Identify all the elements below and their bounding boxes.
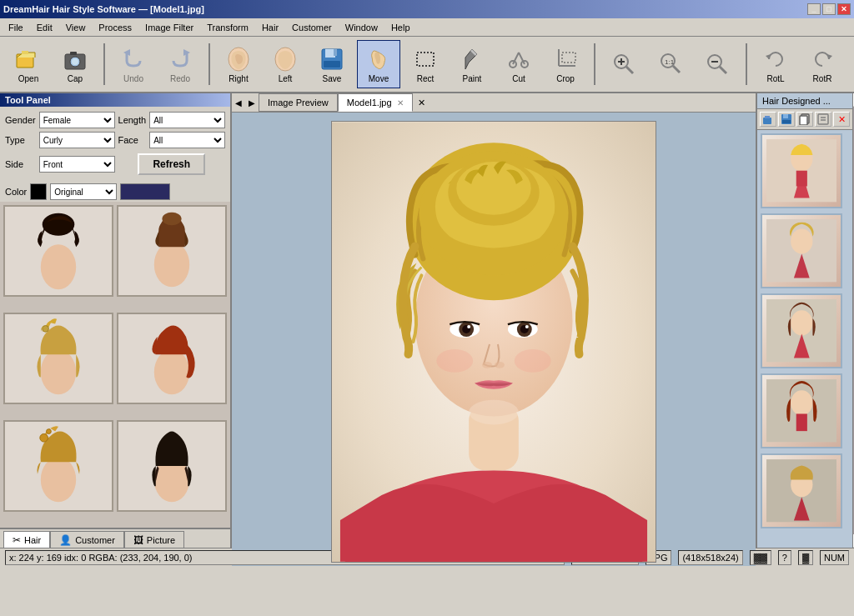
rect-button[interactable]: Rect — [404, 40, 447, 88]
menu-window[interactable]: Window — [340, 21, 383, 34]
hair-style-5[interactable] — [3, 420, 113, 512]
rotate-right-icon — [809, 46, 836, 73]
svg-point-66 — [469, 400, 519, 425]
tab-customer[interactable]: 👤 Customer — [50, 531, 124, 548]
tab-area-close-icon[interactable]: ✕ — [413, 96, 430, 110]
zoom-glass1-button[interactable] — [602, 40, 646, 88]
side-select[interactable]: Front Side Back — [39, 156, 115, 173]
svg-rect-67 — [763, 118, 771, 124]
right-thumbnails — [757, 130, 852, 548]
hair-style-6[interactable] — [117, 420, 227, 512]
length-select[interactable]: All Short Medium Long — [149, 112, 225, 128]
rp-paste-button[interactable] — [815, 112, 831, 127]
svg-point-44 — [47, 429, 52, 434]
right-panel: Hair Designed ... ✕ — [756, 93, 854, 548]
tab-image-preview[interactable]: Image Preview — [259, 93, 338, 112]
hair-style-3[interactable] — [3, 313, 113, 404]
right-thumb-1[interactable] — [761, 133, 842, 208]
maximize-button[interactable]: □ — [822, 3, 836, 15]
svg-point-63 — [495, 362, 505, 368]
svg-point-61 — [525, 325, 529, 328]
titlebar-controls[interactable]: _ □ ✕ — [807, 3, 851, 15]
svg-point-38 — [162, 213, 181, 225]
undo-button[interactable]: Undo — [112, 40, 155, 88]
rotl-button[interactable]: RotL — [754, 40, 797, 88]
menu-file[interactable]: File — [3, 21, 28, 34]
tab-close-icon[interactable]: ✕ — [397, 98, 404, 108]
right-thumb-3[interactable] — [761, 293, 842, 368]
sep1 — [103, 43, 105, 85]
right-label: Right — [229, 74, 248, 83]
minimize-button[interactable]: _ — [807, 3, 821, 15]
menubar: File Edit View Process Image Filter Tran… — [0, 18, 854, 37]
image-area: ◀ ▶ Image Preview Model1.jpg ✕ ✕ — [232, 93, 756, 548]
type-select[interactable]: All Curly Straight Wavy — [39, 132, 115, 148]
tab-model-jpg[interactable]: Model1.jpg ✕ — [338, 93, 413, 112]
customer-tab-icon: 👤 — [59, 534, 72, 546]
picture-tab-icon: 🖼 — [133, 534, 143, 546]
sep4 — [746, 43, 747, 85]
rp-open-button[interactable] — [760, 112, 776, 127]
right-panel-title: Hair Designed ... — [762, 96, 831, 106]
paint-button[interactable]: Paint — [450, 40, 494, 88]
cap-icon — [62, 46, 88, 73]
svg-point-53 — [456, 162, 531, 215]
color-label: Color — [5, 187, 27, 197]
save-button[interactable]: Save — [310, 40, 354, 88]
crop-button[interactable]: Crop — [544, 40, 587, 88]
rp-delete-button[interactable]: ✕ — [833, 112, 850, 127]
menu-view[interactable]: View — [61, 21, 91, 34]
rp-copy-button[interactable] — [796, 112, 813, 127]
redo-button[interactable]: Redo — [158, 40, 202, 88]
menu-image-filter[interactable]: Image Filter — [140, 21, 198, 34]
color-swatch-black[interactable] — [30, 183, 47, 200]
open-icon — [15, 46, 42, 73]
move-label: Move — [369, 74, 389, 83]
color-option-select[interactable]: Original Black Blonde Brown Red — [50, 183, 117, 200]
tab-next[interactable]: ▶ — [245, 97, 259, 109]
face-select[interactable]: All Oval Round Square — [149, 132, 225, 148]
side-label: Side — [5, 159, 36, 169]
cap-button[interactable]: Cap — [53, 40, 97, 88]
right-thumb-5[interactable] — [761, 453, 842, 528]
tool-panel-controls: Gender Female Male Length All Short Medi… — [0, 107, 230, 182]
status-btn2[interactable]: ? — [778, 550, 791, 565]
menu-process[interactable]: Process — [93, 21, 137, 34]
tab-picture[interactable]: 🖼 Picture — [124, 531, 184, 548]
status-btn3[interactable]: ▓ — [798, 550, 813, 565]
right-button[interactable]: Right — [217, 40, 260, 88]
tab-prev[interactable]: ◀ — [232, 97, 245, 109]
svg-text:1:1: 1:1 — [665, 58, 675, 66]
refresh-button[interactable]: Refresh — [138, 153, 205, 175]
menu-edit[interactable]: Edit — [32, 21, 58, 34]
model-portrait — [332, 122, 656, 562]
open-button[interactable]: Open — [7, 40, 50, 88]
redo-icon — [167, 46, 193, 73]
hair-style-2[interactable] — [117, 205, 227, 297]
menu-transform[interactable]: Transform — [202, 21, 254, 34]
hair-style-1[interactable] — [3, 205, 113, 297]
svg-point-83 — [791, 311, 812, 336]
face-label: Face — [118, 135, 147, 145]
sep3 — [594, 43, 595, 85]
gender-select[interactable]: Female Male — [39, 112, 115, 128]
crop-icon — [552, 46, 579, 73]
menu-help[interactable]: Help — [386, 21, 415, 34]
close-button[interactable]: ✕ — [837, 3, 851, 15]
rect-icon — [412, 46, 439, 73]
zoom-glass2-button[interactable] — [696, 40, 739, 88]
image-tabs: ◀ ▶ Image Preview Model1.jpg ✕ ✕ — [232, 93, 756, 113]
menu-hair[interactable]: Hair — [257, 21, 284, 34]
rotr-button[interactable]: RotR — [801, 40, 844, 88]
tab-hair[interactable]: ✂ Hair — [3, 531, 50, 548]
menu-customer[interactable]: Customer — [287, 21, 337, 34]
hair-style-4[interactable] — [117, 313, 227, 404]
move-button[interactable]: Move — [357, 40, 400, 88]
cut-button[interactable]: Cut — [497, 40, 540, 88]
left-button[interactable]: Left — [264, 40, 307, 88]
status-btn1[interactable]: ▓▓ — [750, 550, 771, 565]
rp-save-button[interactable] — [778, 112, 795, 127]
right-thumb-4[interactable] — [761, 373, 842, 448]
zoom-1-1-button[interactable]: 1:1 — [649, 40, 692, 88]
right-thumb-2[interactable] — [761, 213, 842, 288]
